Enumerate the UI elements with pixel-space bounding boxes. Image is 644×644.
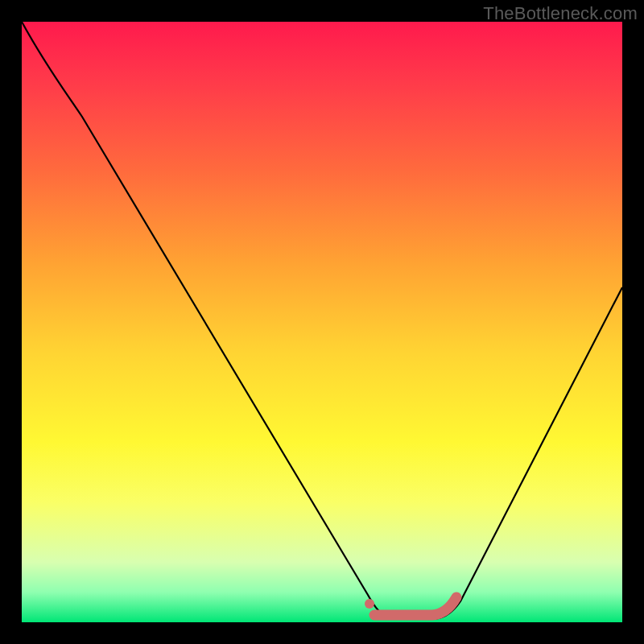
bottleneck-curve: [22, 22, 622, 619]
highlight-segment: [374, 597, 456, 615]
watermark-text: TheBottleneck.com: [483, 3, 638, 24]
highlight-dot: [365, 599, 374, 609]
chart-frame: TheBottleneck.com: [0, 0, 644, 644]
bottleneck-curve-svg: [22, 22, 622, 622]
plot-area: [22, 22, 622, 622]
